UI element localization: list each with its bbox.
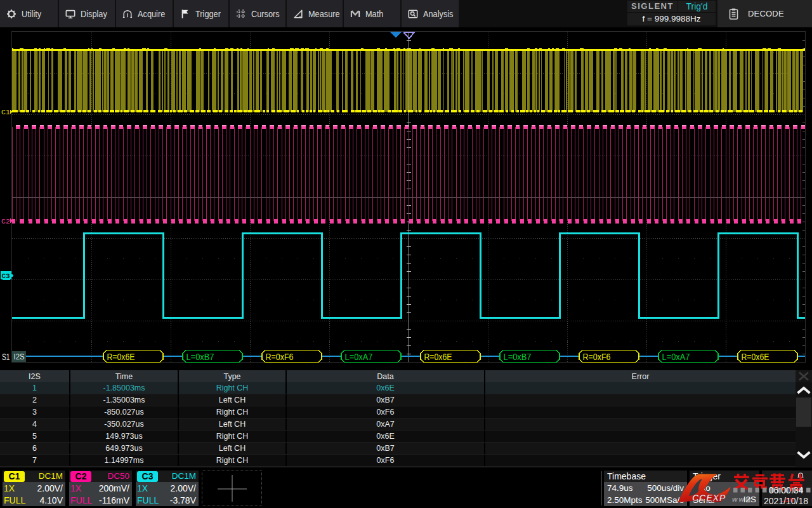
svg-text:C1: C1: [1, 108, 10, 116]
svg-text:R=0xF6: R=0xF6: [583, 352, 611, 362]
svg-text:L=0xB7: L=0xB7: [504, 352, 532, 362]
svg-text:R=0xF6: R=0xF6: [266, 352, 294, 362]
svg-text:R=0x6E: R=0x6E: [424, 352, 452, 362]
svg-text:C3: C3: [2, 272, 11, 280]
svg-text:I2S: I2S: [14, 352, 25, 361]
svg-text:L=0xB7: L=0xB7: [187, 352, 214, 362]
svg-text:C2: C2: [1, 217, 10, 225]
svg-text:L=0xA7: L=0xA7: [662, 352, 690, 362]
svg-text:R=0x6E: R=0x6E: [742, 352, 769, 362]
svg-text:S1: S1: [2, 352, 10, 362]
svg-text:L=0xA7: L=0xA7: [345, 352, 373, 362]
svg-text:R=0x6E: R=0x6E: [107, 352, 135, 362]
